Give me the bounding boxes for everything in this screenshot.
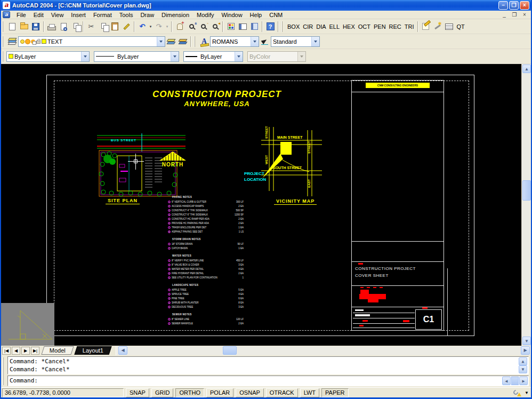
command-window-grip[interactable] <box>3 357 5 385</box>
table-button[interactable] <box>444 21 455 33</box>
undo-button[interactable]: ↶ <box>136 21 148 33</box>
pen-command-button[interactable]: PEN <box>372 22 388 31</box>
make-layer-current-button[interactable] <box>165 36 177 47</box>
input-scroll-left-button[interactable]: ◀ <box>502 377 511 385</box>
otrack-toggle[interactable]: OTRACK <box>266 388 298 397</box>
communication-center-icon[interactable] <box>513 389 521 396</box>
coordinate-readout[interactable]: 36.6789, -0.7738, 0.0000 <box>2 388 124 397</box>
text-style-combo[interactable]: ROMANS <box>210 36 259 47</box>
history-scroll-up-button[interactable]: ▲ <box>519 357 527 365</box>
zoom-previous-button[interactable]: ◂ <box>209 21 221 33</box>
command-input-scrollbar[interactable]: ◀ ▶ <box>502 377 528 385</box>
history-scroll-down-button[interactable]: ▼ <box>519 365 527 373</box>
close-button[interactable]: × <box>520 1 529 10</box>
ortho-toggle[interactable]: ORTHO <box>175 388 204 397</box>
toolbar-grip[interactable] <box>281 21 284 32</box>
menu-format[interactable]: Format <box>90 11 116 19</box>
new-button[interactable] <box>6 21 18 33</box>
menu-help[interactable]: Help <box>246 11 266 19</box>
rec-command-button[interactable]: REC <box>388 22 403 31</box>
menu-view[interactable]: View <box>47 11 68 19</box>
command-history-scrollbar[interactable]: ▲ ▼ <box>519 357 528 373</box>
layer-manager-button[interactable] <box>6 36 18 47</box>
lineweight-dropdown[interactable] <box>235 52 243 61</box>
edit-text-button[interactable] <box>420 21 432 33</box>
child-minimize-button[interactable]: _ <box>500 11 509 18</box>
cut-button[interactable]: ✂ <box>85 21 97 33</box>
toolbar-grip[interactable] <box>2 36 5 47</box>
osnap-toggle[interactable]: OSNAP <box>236 388 264 397</box>
grid-toggle[interactable]: GRID <box>151 388 174 397</box>
text-style-dropdown[interactable] <box>251 37 259 46</box>
color-combo[interactable]: ByLayer <box>6 51 90 62</box>
layer-on-bulb-icon[interactable] <box>20 39 25 44</box>
qt-command-button[interactable]: QT <box>455 22 466 31</box>
menu-dimension[interactable]: Dimension <box>158 11 193 19</box>
undo-dropdown[interactable]: ▾ <box>148 21 153 33</box>
input-scroll-thumb[interactable] <box>511 377 519 385</box>
plot-button[interactable] <box>46 21 58 33</box>
menu-draw[interactable]: Draw <box>136 11 158 19</box>
snap-toggle[interactable]: SNAP <box>126 388 149 397</box>
toolbar-grip[interactable] <box>194 36 197 47</box>
publish-button[interactable] <box>69 21 81 33</box>
menu-tools[interactable]: Tools <box>116 11 137 19</box>
child-close-button[interactable]: × <box>520 11 529 18</box>
scroll-right-button[interactable]: ▶ <box>521 346 530 355</box>
express-tools-button[interactable] <box>432 21 444 33</box>
color-dropdown[interactable] <box>81 52 89 61</box>
vertical-scroll-thumb[interactable] <box>522 180 531 201</box>
menu-edit[interactable]: Edit <box>30 11 47 19</box>
minimize-button[interactable]: – <box>498 1 508 10</box>
first-tab-button[interactable]: |◀ <box>2 347 11 355</box>
copy-button[interactable] <box>97 21 109 33</box>
pan-button[interactable] <box>174 21 186 33</box>
layer-vp-freeze-icon[interactable] <box>31 39 35 44</box>
layer-color-swatch[interactable] <box>42 39 46 44</box>
paper-toggle[interactable]: PAPER <box>321 388 348 397</box>
menu-insert[interactable]: Insert <box>67 11 90 19</box>
lineweight-combo[interactable]: ByLayer <box>183 51 243 62</box>
status-tray-dropdown-icon[interactable]: ▼ <box>525 390 529 395</box>
child-restore-button[interactable]: ❐ <box>510 11 519 18</box>
linetype-dropdown[interactable] <box>171 52 179 61</box>
tri-command-button[interactable]: TRI <box>403 22 416 31</box>
menu-window[interactable]: Window <box>217 11 246 19</box>
scroll-up-button[interactable]: ▲ <box>522 65 531 73</box>
box-command-button[interactable]: BOX <box>286 22 301 31</box>
layer-combo[interactable]: TEXT <box>18 36 165 47</box>
restore-button[interactable]: ❐ <box>509 1 519 10</box>
menu-modify[interactable]: Modify <box>193 11 217 19</box>
zoom-realtime-button[interactable]: ± <box>186 21 197 33</box>
help-button[interactable]: ? <box>264 21 276 33</box>
redo-dropdown[interactable]: ▾ <box>165 21 170 33</box>
horizontal-scroll-thumb[interactable] <box>223 346 237 355</box>
paste-button[interactable] <box>109 21 120 33</box>
scroll-left-button[interactable]: ◀ <box>118 346 127 355</box>
layer-freeze-sun-icon[interactable] <box>26 39 30 44</box>
dia-command-button[interactable]: DIA <box>315 22 327 31</box>
toolbar-grip[interactable] <box>2 21 5 32</box>
linetype-combo[interactable]: ByLayer <box>94 51 179 62</box>
tab-layout1[interactable]: Layout1 <box>74 346 111 355</box>
next-tab-button[interactable]: ▶ <box>21 347 30 355</box>
tool-palettes-button[interactable] <box>248 21 260 33</box>
tab-model[interactable]: Model <box>41 346 74 355</box>
polar-toggle[interactable]: POLAR <box>206 388 233 397</box>
prev-tab-button[interactable]: ◀ <box>12 347 20 355</box>
drawing-file-icon[interactable]: a <box>3 11 10 18</box>
cir-command-button[interactable]: CIR <box>301 22 315 31</box>
redo-button[interactable]: ↷ <box>153 21 165 33</box>
horizontal-scrollbar[interactable]: ◀ ▶ <box>116 346 531 355</box>
input-scroll-right-button[interactable]: ▶ <box>519 377 528 385</box>
layer-lock-icon[interactable] <box>36 41 41 44</box>
match-properties-button[interactable] <box>120 21 132 33</box>
lwt-toggle[interactable]: LWT <box>300 388 319 397</box>
last-tab-button[interactable]: ▶| <box>31 347 39 355</box>
zoom-window-button[interactable]: ▫ <box>197 21 209 33</box>
menu-file[interactable]: File <box>13 11 30 19</box>
save-button[interactable] <box>30 21 42 33</box>
open-button[interactable] <box>18 21 30 33</box>
command-history[interactable]: Command: *Cancel* Command: *Cancel* ▲ ▼ <box>7 356 529 374</box>
ell-command-button[interactable]: ELL <box>328 22 342 31</box>
